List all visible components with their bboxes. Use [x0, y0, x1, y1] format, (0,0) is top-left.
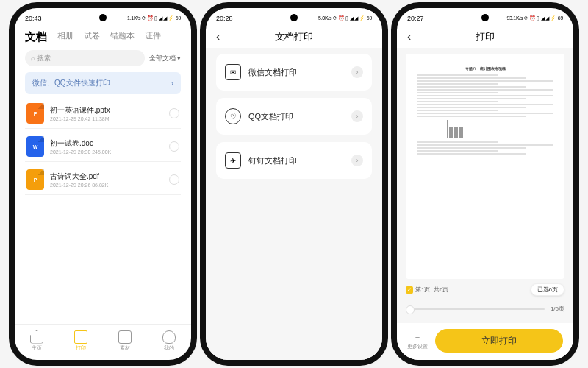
print-icon	[74, 330, 87, 344]
option-dingtalk[interactable]: ✈ 钉钉文档打印 ›	[216, 142, 372, 179]
file-row[interactable]: P 初一英语课件.pptx 2021-12-29 20:42 11.38M	[25, 99, 181, 129]
page-slider-row: 1/6页	[406, 305, 564, 313]
search-input[interactable]: ⌕ 搜索	[25, 50, 145, 66]
menu-icon: ≡	[412, 332, 423, 342]
material-icon	[118, 330, 132, 344]
selected-badge[interactable]: 已选6页	[531, 283, 564, 296]
search-placeholder: 搜索	[37, 54, 51, 63]
qq-icon: ♡	[225, 108, 241, 124]
nav-profile[interactable]: 我的	[162, 330, 176, 352]
camera-hole	[290, 14, 298, 21]
chevron-right-icon: ›	[351, 110, 363, 122]
status-time: 20:43	[25, 15, 42, 22]
doc-title: 专题八 统计图表专项练	[417, 66, 553, 71]
status-time: 20:27	[407, 15, 424, 22]
chevron-right-icon: ›	[351, 66, 363, 78]
slider-label: 1/6页	[551, 305, 564, 313]
tab-id[interactable]: 证件	[145, 30, 161, 44]
file-meta: 2021-12-29 20:30 245.00K	[50, 149, 163, 155]
header: ‹ 文档打印	[206, 26, 382, 48]
file-info: 初一试卷.doc 2021-12-29 20:30 245.00K	[50, 138, 163, 155]
phone-3: 20:27 93.1K/s ⟳ ⏰ ▯ ◢ ◢ ⚡ 69 ‹ 打印 专题八 统计…	[397, 8, 573, 360]
bottom-nav: 主页 打印 素材 我的	[15, 324, 191, 360]
chevron-down-icon: ▾	[177, 54, 181, 62]
file-select-radio[interactable]	[169, 108, 179, 118]
home-icon	[30, 330, 43, 344]
phone-2: 20:28 5.0K/s ⟳ ⏰ ▯ ◢ ◢ ⚡ 69 ‹ 文档打印 ✉ 微信文…	[206, 8, 382, 360]
filter-dropdown[interactable]: 全部文档 ▾	[149, 54, 181, 63]
nav-material[interactable]: 素材	[118, 330, 132, 352]
dingtalk-icon: ✈	[225, 152, 241, 169]
header: ‹ 打印	[397, 26, 573, 48]
file-icon-pptx: P	[26, 103, 44, 124]
file-row[interactable]: W 初一试卷.doc 2021-12-29 20:30 245.00K	[25, 132, 181, 162]
search-icon: ⌕	[31, 54, 35, 62]
tab-album[interactable]: 相册	[57, 30, 74, 44]
chevron-right-icon: ›	[351, 155, 363, 166]
page-slider[interactable]	[406, 308, 545, 310]
screen-content: ‹ 打印 专题八 统计图表专项练 ✓ 第1页, 共6页	[397, 26, 573, 360]
status-icons: 93.1K/s ⟳ ⏰ ▯ ◢ ◢ ⚡ 69	[506, 15, 563, 21]
file-select-radio[interactable]	[169, 174, 179, 185]
checkbox-icon: ✓	[406, 286, 413, 294]
file-meta: 2021-12-29 20:26 86.82K	[50, 183, 163, 188]
status-icons: 1.1K/s ⟳ ⏰ ▯ ◢ ◢ ⚡ 69	[127, 15, 181, 21]
camera-hole	[481, 14, 489, 21]
footer: ≡ 更多设置 立即打印	[397, 323, 573, 360]
status-icons: 5.0K/s ⟳ ⏰ ▯ ◢ ◢ ⚡ 69	[318, 15, 372, 21]
file-icon-pdf: P	[26, 169, 44, 190]
file-name: 初一试卷.doc	[50, 138, 163, 149]
page-title: 文档打印	[275, 30, 313, 43]
wechat-icon: ✉	[225, 64, 241, 80]
user-icon	[162, 330, 176, 344]
page-info-row: ✓ 第1页, 共6页 已选6页	[406, 283, 564, 296]
tab-exam[interactable]: 试卷	[84, 30, 100, 44]
print-now-button[interactable]: 立即打印	[435, 329, 563, 353]
option-wechat[interactable]: ✉ 微信文档打印 ›	[216, 54, 372, 91]
file-info: 初一英语课件.pptx 2021-12-29 20:42 11.38M	[50, 105, 163, 121]
document-preview[interactable]: 专题八 统计图表专项练	[406, 54, 564, 279]
page-title: 打印	[476, 30, 495, 43]
category-tabs: 文档 相册 试卷 错题本 证件	[15, 26, 191, 47]
phone-1: 20:43 1.1K/s ⟳ ⏰ ▯ ◢ ◢ ⚡ 69 文档 相册 试卷 错题本…	[15, 8, 191, 360]
camera-hole	[99, 14, 107, 21]
file-name: 古诗词大全.pdf	[50, 171, 163, 182]
back-button[interactable]: ‹	[407, 30, 411, 43]
search-row: ⌕ 搜索 全部文档 ▾	[15, 47, 191, 71]
option-qq[interactable]: ♡ QQ文档打印 ›	[216, 98, 372, 135]
quick-print-banner[interactable]: 微信、QQ文件快速打印 ›	[25, 72, 181, 94]
page-checkbox[interactable]: ✓ 第1页, 共6页	[406, 286, 448, 294]
file-select-radio[interactable]	[169, 141, 179, 152]
options-list: ✉ 微信文档打印 › ♡ QQ文档打印 › ✈ 钉钉文档打印 ›	[206, 48, 382, 360]
chevron-right-icon: ›	[171, 79, 173, 88]
status-time: 20:28	[216, 15, 233, 22]
nav-home[interactable]: 主页	[30, 330, 43, 352]
screen-content: 文档 相册 试卷 错题本 证件 ⌕ 搜索 全部文档 ▾ 微信、QQ文件快速打印 …	[15, 26, 191, 360]
tab-docs[interactable]: 文档	[25, 30, 47, 44]
nav-print[interactable]: 打印	[74, 330, 87, 352]
file-icon-doc: W	[26, 136, 44, 157]
more-settings-button[interactable]: ≡ 更多设置	[407, 332, 428, 350]
file-name: 初一英语课件.pptx	[50, 105, 163, 116]
back-button[interactable]: ‹	[216, 30, 220, 43]
file-info: 古诗词大全.pdf 2021-12-29 20:26 86.82K	[50, 171, 163, 188]
tab-mistakes[interactable]: 错题本	[110, 30, 135, 44]
preview-area: 专题八 统计图表专项练 ✓ 第1页, 共6页 已选6页	[397, 48, 573, 323]
file-row[interactable]: P 古诗词大全.pdf 2021-12-29 20:26 86.82K	[25, 165, 181, 195]
screen-content: ‹ 文档打印 ✉ 微信文档打印 › ♡ QQ文档打印 › ✈ 钉钉文档打印 ›	[206, 26, 382, 360]
file-meta: 2021-12-29 20:42 11.38M	[50, 116, 163, 121]
chart-thumbnail	[447, 120, 470, 138]
